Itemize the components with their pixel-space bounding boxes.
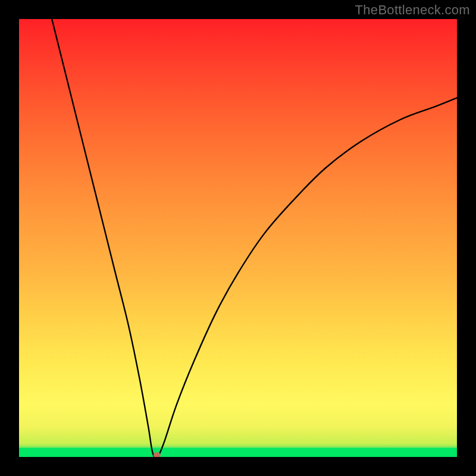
watermark-text: TheBottleneck.com: [355, 2, 470, 18]
bottleneck-curve: [19, 19, 457, 457]
plot-area: [19, 19, 457, 457]
chart-container: TheBottleneck.com: [0, 0, 476, 476]
